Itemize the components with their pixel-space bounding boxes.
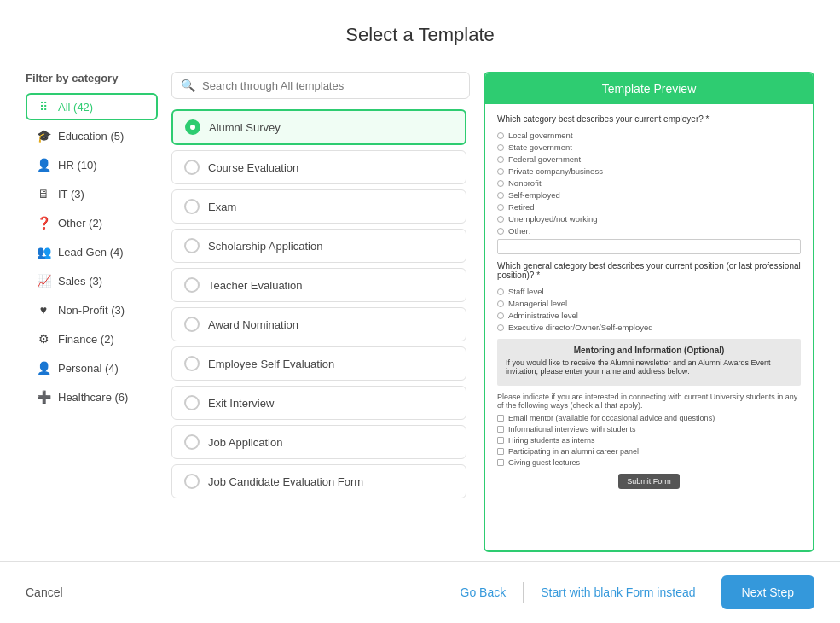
preview-other-input xyxy=(497,239,801,254)
sidebar: Filter by category ⠿ All (42) 🎓 Educatio… xyxy=(26,72,158,552)
preview-options2: Staff levelManagerial levelAdministrativ… xyxy=(497,287,801,332)
sidebar-icon-sales: 📈 xyxy=(36,274,51,288)
preview-radio xyxy=(497,324,504,331)
preview-checkbox-row: Hiring students as interns xyxy=(497,436,801,445)
template-icon-course-evaluation xyxy=(184,160,200,175)
preview-submit-button[interactable]: Submit Form xyxy=(618,474,680,489)
sidebar-heading: Filter by category xyxy=(26,72,158,84)
template-label-course-evaluation: Course Evaluation xyxy=(208,161,298,174)
sidebar-item-label-education: Education (5) xyxy=(58,130,124,143)
preview-option: Self-employed xyxy=(497,190,801,200)
preview-checkbox xyxy=(497,448,504,455)
template-label-employee-self-evaluation: Employee Self Evaluation xyxy=(208,358,334,370)
sidebar-item-label-all: All (42) xyxy=(58,101,93,114)
preview-checkbox xyxy=(497,426,504,433)
sidebar-item-label-other: Other (2) xyxy=(58,217,102,230)
search-box: 🔍 xyxy=(171,72,470,99)
preview-option: Private company/business xyxy=(497,166,801,176)
sidebar-item-other[interactable]: ❓ Other (2) xyxy=(26,209,158,236)
template-icon-alumni-survey xyxy=(185,119,200,135)
sidebar-icon-leadgen: 👥 xyxy=(36,245,51,259)
go-back-button[interactable]: Go Back xyxy=(443,577,524,608)
preview-header: Template Preview xyxy=(485,73,813,104)
template-item-scholarship-application[interactable]: Scholarship Application xyxy=(171,229,466,263)
preview-question-1: Which category best describes your curre… xyxy=(497,114,801,124)
template-icon-employee-self-evaluation xyxy=(184,356,200,371)
sidebar-item-personal[interactable]: 👤 Personal (4) xyxy=(26,354,158,381)
sidebar-item-healthcare[interactable]: ➕ Healthcare (6) xyxy=(26,383,158,410)
sidebar-icon-other: ❓ xyxy=(36,216,51,230)
template-item-employee-self-evaluation[interactable]: Employee Self Evaluation xyxy=(171,346,466,381)
template-label-teacher-evaluation: Teacher Evaluation xyxy=(208,279,303,292)
preview-radio xyxy=(497,180,504,187)
preview-checkbox xyxy=(497,459,504,466)
preview-section: Mentoring and Information (Optional) If … xyxy=(497,339,801,386)
search-input[interactable] xyxy=(202,79,461,92)
preview-option: Executive director/Owner/Self-employed xyxy=(497,323,801,332)
sidebar-icon-it: 🖥 xyxy=(36,187,51,201)
preview-option: Local government xyxy=(497,131,801,140)
sidebar-item-leadgen[interactable]: 👥 Lead Gen (4) xyxy=(26,238,158,265)
template-icon-award-nomination xyxy=(184,317,200,332)
blank-form-button[interactable]: Start with blank Form instead xyxy=(524,577,712,608)
sidebar-item-label-nonprofit: Non-Profit (3) xyxy=(58,304,125,317)
sidebar-item-label-sales: Sales (3) xyxy=(58,275,102,288)
template-list: Alumni Survey Course Evaluation Exam Sch… xyxy=(171,109,470,552)
preview-checkbox-row: Participating in an alumni career panel xyxy=(497,447,801,456)
sidebar-item-sales[interactable]: 📈 Sales (3) xyxy=(26,267,158,294)
template-item-job-application[interactable]: Job Application xyxy=(171,425,466,459)
preview-checkbox-row: Informational interviews with students xyxy=(497,425,801,434)
footer: Cancel Go Back Start with blank Form ins… xyxy=(0,561,840,623)
sidebar-item-it[interactable]: 🖥 IT (3) xyxy=(26,180,158,207)
sidebar-item-education[interactable]: 🎓 Education (5) xyxy=(26,122,158,149)
preview-radio xyxy=(497,216,504,223)
template-icon-exam xyxy=(184,199,200,214)
sidebar-item-all[interactable]: ⠿ All (42) xyxy=(26,93,158,120)
sidebar-item-label-healthcare: Healthcare (6) xyxy=(58,391,128,404)
template-item-course-evaluation[interactable]: Course Evaluation xyxy=(171,150,466,184)
template-icon-exit-interview xyxy=(184,395,200,410)
template-item-exit-interview[interactable]: Exit Interview xyxy=(171,386,466,420)
template-item-exam[interactable]: Exam xyxy=(171,189,466,224)
preview-question-2: Which general category best describes yo… xyxy=(497,261,801,280)
preview-option: Nonprofit xyxy=(497,178,801,188)
preview-radio xyxy=(497,156,504,163)
preview-checkbox xyxy=(497,415,504,422)
sidebar-icon-personal: 👤 xyxy=(36,361,51,375)
sidebar-item-label-hr: HR (10) xyxy=(58,159,97,172)
cancel-button[interactable]: Cancel xyxy=(26,585,63,599)
preview-option: State government xyxy=(497,143,801,152)
sidebar-item-finance[interactable]: ⚙ Finance (2) xyxy=(26,325,158,352)
preview-radio xyxy=(497,132,504,139)
preview-section-sub: If you would like to receive the Alumni … xyxy=(506,358,792,376)
template-label-scholarship-application: Scholarship Application xyxy=(208,240,322,253)
sidebar-items: ⠿ All (42) 🎓 Education (5) 👤 HR (10) 🖥 I… xyxy=(26,93,158,410)
main-content: Filter by category ⠿ All (42) 🎓 Educatio… xyxy=(0,63,840,561)
preview-section-title: Mentoring and Information (Optional) xyxy=(506,346,792,355)
template-label-job-candidate-evaluation: Job Candidate Evaluation Form xyxy=(208,475,363,488)
preview-option: Managerial level xyxy=(497,299,801,308)
center-panel: 🔍 Alumni Survey Course Evaluation Exam S… xyxy=(171,72,470,552)
preview-option: Retired xyxy=(497,202,801,212)
template-item-award-nomination[interactable]: Award Nomination xyxy=(171,307,466,341)
template-item-alumni-survey[interactable]: Alumni Survey xyxy=(171,109,466,145)
sidebar-item-label-it: IT (3) xyxy=(58,188,84,201)
preview-panel: Template Preview Which category best des… xyxy=(484,72,814,552)
sidebar-item-nonprofit[interactable]: ♥ Non-Profit (3) xyxy=(26,296,158,323)
template-icon-job-application xyxy=(184,434,200,450)
template-label-job-application: Job Application xyxy=(208,436,282,449)
template-icon-job-candidate-evaluation xyxy=(184,474,200,489)
sidebar-item-hr[interactable]: 👤 HR (10) xyxy=(26,151,158,178)
sidebar-item-label-finance: Finance (2) xyxy=(58,333,114,346)
template-item-teacher-evaluation[interactable]: Teacher Evaluation xyxy=(171,268,466,302)
template-icon-teacher-evaluation xyxy=(184,277,200,293)
next-step-button[interactable]: Next Step xyxy=(721,575,814,609)
preview-option: Other: xyxy=(497,226,801,236)
template-item-job-candidate-evaluation[interactable]: Job Candidate Evaluation Form xyxy=(171,464,466,498)
template-icon-scholarship-application xyxy=(184,238,200,253)
page-title: Select a Template xyxy=(0,0,840,63)
preview-body: Which category best describes your curre… xyxy=(485,104,813,550)
preview-radio xyxy=(497,144,504,151)
sidebar-icon-finance: ⚙ xyxy=(36,332,51,346)
template-label-exam: Exam xyxy=(208,201,236,213)
